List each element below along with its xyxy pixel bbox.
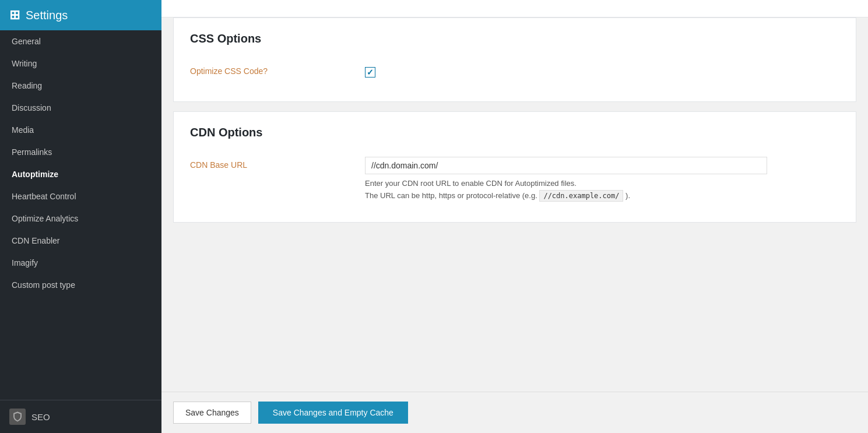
css-optimize-row: Optimize CSS Code? ✓ (190, 57, 839, 87)
optimize-css-checkbox-wrapper[interactable]: ✓ (365, 63, 839, 82)
save-changes-button[interactable]: Save Changes (173, 402, 251, 424)
cdn-base-url-label: CDN Base URL (190, 157, 365, 170)
footer-bar: Save Changes Save Changes and Empty Cach… (161, 392, 868, 433)
checkmark-icon: ✓ (367, 68, 374, 77)
sidebar-item-heartbeat-control[interactable]: Heartbeat Control (0, 185, 161, 207)
save-changes-empty-cache-button[interactable]: Save Changes and Empty Cache (258, 402, 408, 424)
sidebar-item-media[interactable]: Media (0, 119, 161, 141)
sidebar-item-writing[interactable]: Writing (0, 52, 161, 75)
sidebar-title: Settings (26, 9, 68, 22)
css-options-title: CSS Options (190, 32, 839, 45)
seo-icon (9, 409, 26, 425)
cdn-help-text: Enter your CDN root URL to enable CDN fo… (365, 178, 839, 202)
seo-label: SEO (31, 412, 50, 422)
cdn-help-text-1: Enter your CDN root URL to enable CDN fo… (365, 179, 577, 188)
cdn-base-url-input[interactable] (365, 157, 767, 174)
cdn-options-card: CDN Options CDN Base URL Enter your CDN … (173, 111, 856, 223)
cdn-options-title: CDN Options (190, 126, 839, 139)
top-strip (161, 0, 868, 17)
cdn-help-text-2: The URL can be http, https or protocol-r… (365, 191, 537, 200)
sidebar-nav: GeneralWritingReadingDiscussionMediaPerm… (0, 30, 161, 400)
sidebar-item-imagify[interactable]: Imagify (0, 252, 161, 274)
sidebar-item-cdn-enabler[interactable]: CDN Enabler (0, 230, 161, 252)
main-content: CSS Options Optimize CSS Code? ✓ CDN Opt… (161, 0, 868, 433)
sidebar: ⊞ Settings GeneralWritingReadingDiscussi… (0, 0, 161, 433)
sidebar-item-reading[interactable]: Reading (0, 75, 161, 97)
sidebar-item-optimize-analytics[interactable]: Optimize Analytics (0, 207, 161, 230)
cdn-base-url-control: Enter your CDN root URL to enable CDN fo… (365, 157, 839, 202)
content-area: CSS Options Optimize CSS Code? ✓ CDN Opt… (161, 17, 868, 392)
optimize-css-label: Optimize CSS Code? (190, 63, 365, 76)
optimize-css-checkbox[interactable]: ✓ (365, 67, 375, 78)
sidebar-header: ⊞ Settings (0, 0, 161, 30)
sidebar-arrow (144, 7, 152, 23)
cdn-base-url-row: CDN Base URL Enter your CDN root URL to … (190, 151, 839, 208)
sidebar-item-general[interactable]: General (0, 30, 161, 52)
sidebar-item-custom-post-type[interactable]: Custom post type (0, 274, 161, 296)
sidebar-footer: SEO (0, 400, 161, 433)
cdn-help-code: //cdn.example.com/ (539, 190, 623, 202)
sidebar-item-discussion[interactable]: Discussion (0, 97, 161, 119)
sidebar-item-autoptimize[interactable]: Autoptimize (0, 163, 161, 185)
cdn-help-text-3: ). (625, 191, 630, 200)
sidebar-item-permalinks[interactable]: Permalinks (0, 141, 161, 163)
optimize-css-control: ✓ (365, 63, 839, 82)
css-options-card: CSS Options Optimize CSS Code? ✓ (173, 17, 856, 102)
wp-icon: ⊞ (9, 8, 20, 23)
